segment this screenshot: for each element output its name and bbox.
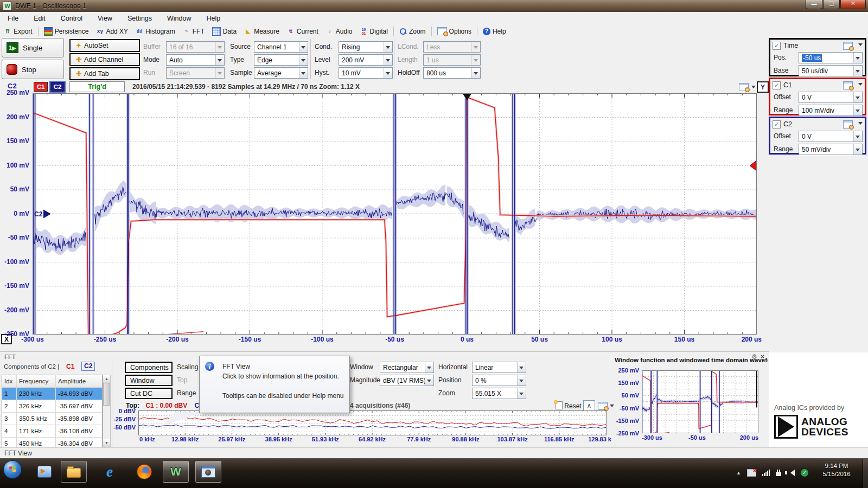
magnitude-select[interactable]: dBV (1V RMS) [380,375,434,386]
y-axis-button[interactable]: Y [757,81,769,93]
scroll-thumb[interactable] [103,383,110,406]
source-select[interactable]: Channel 1 [254,41,308,53]
panel-options-icon[interactable] [843,42,853,50]
minimize-button[interactable]: ▬ [806,0,822,9]
scroll-up-icon[interactable]: ▲ [103,375,110,383]
close-button[interactable]: ✕ [840,0,866,9]
table-row[interactable]: 4171 kHz-36.108 dBV [2,425,102,438]
plot-options-caret-icon[interactable] [751,86,756,91]
add-tab-button[interactable]: ✚Add Tab [69,67,140,80]
toolbar-item-help[interactable]: ?Help [479,25,510,37]
add-channel-button[interactable]: ✚Add Channel [69,53,140,66]
checkbox[interactable]: ✓ [773,42,781,50]
power-icon[interactable] [776,472,781,476]
toolbar-item-audio[interactable]: ♪Audio [322,25,356,37]
checkbox[interactable]: ✓ [773,120,781,129]
hyst-select[interactable]: 10 mV [339,67,393,79]
start-button[interactable] [3,460,22,479]
toolbar-item-data[interactable]: Data [208,25,240,37]
c1-tab-button[interactable]: C1 [34,82,48,92]
mode-select[interactable]: Auto [166,54,225,66]
reset-button[interactable]: Reset [556,401,582,410]
table-header-idx[interactable]: Idx [2,375,17,387]
toolbar-item-measure[interactable]: ◣Measure [240,25,283,37]
base-select[interactable]: 50 us/div [799,65,863,76]
menu-item-settings[interactable]: Settings [120,13,159,24]
window-function-plot[interactable] [642,370,758,433]
panel-options-icon[interactable] [843,120,853,129]
offset-select[interactable]: 0 V [799,131,863,142]
panel-options-caret-icon[interactable] [858,122,863,127]
hidden-icons-arrow[interactable]: ▲ [736,470,741,476]
horizontal-select[interactable]: Linear [472,362,526,373]
panel-options-caret-icon[interactable] [858,83,863,88]
oscilloscope-plot[interactable]: C2 [33,93,757,335]
components-table[interactable]: IdxFrequencyAmplitude1230 kHz-34.693 dBV… [2,375,103,451]
taskbar-app-internet-explorer[interactable]: e [97,461,123,483]
menu-item-edit[interactable]: Edit [26,13,53,24]
sync-icon[interactable]: ✓ [801,469,808,477]
branding-area: Analog ICs provided by ANALOGDEVICES [769,352,868,447]
window-select[interactable]: Rectangular [380,362,434,373]
clock[interactable]: 9:14 PM5/15/2016 [813,462,860,478]
position-select[interactable]: 0 % [472,375,526,386]
toolbar-item-options[interactable]: Options [433,25,475,37]
table-header-frequency[interactable]: Frequency [17,375,56,387]
single-button[interactable]: 1▶ Single [2,38,64,57]
menu-item-view[interactable]: View [90,13,120,24]
menu-item-file[interactable]: File [0,13,26,24]
c2-filter-button[interactable]: C2 [81,362,95,371]
toolbar-item-add-xy[interactable]: xyAdd XY [92,25,132,37]
taskbar-app-waveforms[interactable]: W [163,461,189,483]
display-warning-icon[interactable] [747,469,756,477]
zoom-select[interactable]: 55.015 X [472,388,526,399]
toolbar-item-current[interactable]: ↯Current [283,25,322,37]
toolbar-item-fft[interactable]: ~FFT [179,25,208,37]
network-icon[interactable] [762,470,770,476]
maximize-button[interactable]: ❏ [823,0,840,9]
panel-options-caret-icon[interactable] [858,43,863,48]
stop-button[interactable]: Stop [2,60,64,79]
components-button[interactable]: Components [125,362,173,373]
toolbar-item-digital[interactable]: 1001Digital [356,25,392,37]
show-desktop-button[interactable] [863,459,868,488]
menu-item-window[interactable]: Window [159,13,199,24]
table-row[interactable]: 2326 kHz-35.697 dBV [2,400,102,413]
window-titlebar[interactable]: W DWF 1 - Oscilloscope 1 ▬ ❏ ✕ [0,0,868,12]
checkbox[interactable]: ✓ [773,81,781,89]
pos-select[interactable]: -50 us [799,52,863,63]
menu-item-control[interactable]: Control [53,13,90,24]
toolbar-item-persistence[interactable]: Persistence [40,25,93,37]
taskbar-app-media-player[interactable] [31,461,58,483]
table-header-amplitude[interactable]: Amplitude [56,375,101,387]
level-select[interactable]: 200 mV [339,54,393,66]
cutdc-button[interactable]: Cut DC [125,388,173,399]
fft-options-icon[interactable] [598,402,608,410]
taskbar-app-firefox[interactable] [131,461,157,483]
c2-tab-button[interactable]: C2 [50,82,65,92]
menu-item-help[interactable]: Help [199,13,228,24]
holdoff-select[interactable]: 800 us [423,67,481,79]
autoset-button[interactable]: ✦AutoSet [69,39,140,52]
table-row[interactable]: 3350.5 kHz-35.898 dBV [2,413,102,425]
range-select[interactable]: 50 mV/div [799,144,863,155]
window-button[interactable]: Window [125,375,173,386]
taskbar-app-explorer[interactable] [61,461,87,483]
range-select[interactable]: 100 mV/div [799,105,863,116]
toolbar-item-histogram[interactable]: ılılHistogram [132,25,179,37]
panel-options-icon[interactable] [843,81,853,89]
type-select[interactable]: Edge [254,54,308,66]
collapse-button[interactable]: ∧ [583,400,595,411]
sample-select[interactable]: Average [254,67,308,79]
plot-options-icon[interactable] [739,83,749,91]
c1-filter-button[interactable]: C1 [66,363,74,370]
cond-select[interactable]: Rising [339,41,393,53]
fft-spectrum-plot[interactable] [138,410,607,435]
offset-select[interactable]: 0 V [799,92,863,103]
scroll-down-icon[interactable]: ▼ [103,439,110,447]
toolbar-item-zoom[interactable]: Zoom [395,25,430,37]
volume-icon[interactable] [787,470,795,476]
toolbar-item-export[interactable]: ⇈Export [0,25,36,37]
taskbar-app-scope-app[interactable] [195,461,221,483]
table-row[interactable]: 1230 kHz-34.693 dBV [2,388,102,400]
